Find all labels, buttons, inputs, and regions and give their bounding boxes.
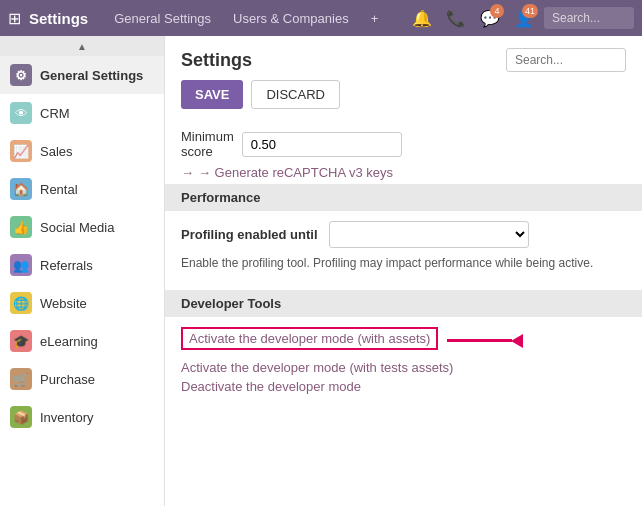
activate-dev-mode-assets-link[interactable]: Activate the developer mode (with assets…: [181, 327, 438, 350]
sidebar-item-website[interactable]: 🌐 Website: [0, 284, 164, 322]
sidebar-item-sales[interactable]: 📈 Sales: [0, 132, 164, 170]
crm-icon: 👁: [10, 102, 32, 124]
sidebar-item-inventory[interactable]: 📦 Inventory: [0, 398, 164, 436]
minimum-score-input[interactable]: [242, 132, 402, 157]
top-search-input[interactable]: [544, 7, 634, 29]
sidebar-label-referrals: Referrals: [40, 258, 93, 273]
main-content: Settings SAVE DISCARD Minimum score → → …: [165, 36, 642, 506]
performance-section: Profiling enabled until Enable the profi…: [165, 211, 642, 290]
profiling-select[interactable]: [329, 221, 529, 248]
bell-icon[interactable]: 🔔: [408, 4, 436, 32]
performance-section-header: Performance: [165, 184, 642, 211]
rental-icon: 🏠: [10, 178, 32, 200]
generate-recaptcha-label: → Generate reCAPTCHA v3 keys: [198, 165, 393, 180]
deactivate-dev-mode-link[interactable]: Deactivate the developer mode: [181, 379, 626, 394]
activate-dev-mode-tests-link[interactable]: Activate the developer mode (with tests …: [181, 360, 626, 375]
sidebar-item-rental[interactable]: 🏠 Rental: [0, 170, 164, 208]
nav-users-companies[interactable]: Users & Companies: [223, 5, 359, 32]
grid-icon[interactable]: ⊞: [8, 9, 21, 28]
sidebar-scroll-up[interactable]: ▲: [0, 36, 164, 56]
sidebar-label-website: Website: [40, 296, 87, 311]
inventory-icon: 📦: [10, 406, 32, 428]
arrow-head: [511, 334, 523, 348]
sidebar-label-general-settings: General Settings: [40, 68, 143, 83]
profiling-description: Enable the profiling tool. Profiling may…: [181, 254, 626, 272]
sales-icon: 📈: [10, 140, 32, 162]
nav-add[interactable]: +: [361, 5, 389, 32]
captcha-section: Minimum score → → Generate reCAPTCHA v3 …: [165, 121, 642, 184]
chat-badge: 4: [490, 4, 504, 18]
user-badge: 41: [522, 4, 538, 18]
arrow-right-icon: →: [181, 165, 194, 180]
top-icons: 🔔 📞 💬 4 👤 41: [408, 4, 634, 32]
phone-icon[interactable]: 📞: [442, 4, 470, 32]
sidebar-label-sales: Sales: [40, 144, 73, 159]
sidebar-label-rental: Rental: [40, 182, 78, 197]
developer-tools-header: Developer Tools: [165, 290, 642, 317]
sidebar-label-elearning: eLearning: [40, 334, 98, 349]
action-bar: SAVE DISCARD: [165, 80, 642, 121]
user-icon[interactable]: 👤 41: [510, 4, 538, 32]
score-label: score: [181, 144, 234, 159]
sidebar-item-general-settings[interactable]: ⚙ General Settings: [0, 56, 164, 94]
social-icon: 👍: [10, 216, 32, 238]
discard-button[interactable]: DISCARD: [251, 80, 340, 109]
sidebar-item-elearning[interactable]: 🎓 eLearning: [0, 322, 164, 360]
minimum-score-row: Minimum score: [181, 129, 626, 159]
sidebar-item-crm[interactable]: 👁 CRM: [0, 94, 164, 132]
arrow-indicator: [447, 334, 523, 348]
developer-tools-section: Activate the developer mode (with assets…: [165, 317, 642, 408]
page-header: Settings: [165, 36, 642, 80]
page-title: Settings: [181, 50, 252, 71]
sidebar-label-social: Social Media: [40, 220, 114, 235]
arrow-line: [447, 339, 512, 342]
save-button[interactable]: SAVE: [181, 80, 243, 109]
captcha-labels: Minimum score: [181, 129, 234, 159]
app-title: Settings: [29, 10, 88, 27]
profiling-label: Profiling enabled until: [181, 227, 321, 242]
page-layout: ▲ ⚙ General Settings 👁 CRM 📈 Sales 🏠 Ren…: [0, 36, 642, 506]
profiling-row: Profiling enabled until: [181, 221, 626, 248]
minimum-label: Minimum: [181, 129, 234, 144]
settings-search-input[interactable]: [506, 48, 626, 72]
top-bar: ⊞ Settings General Settings Users & Comp…: [0, 0, 642, 36]
nav-general-settings[interactable]: General Settings: [104, 5, 221, 32]
sidebar-item-referrals[interactable]: 👥 Referrals: [0, 246, 164, 284]
sidebar-label-inventory: Inventory: [40, 410, 93, 425]
sidebar-label-purchase: Purchase: [40, 372, 95, 387]
elearning-icon: 🎓: [10, 330, 32, 352]
generate-recaptcha-link[interactable]: → → Generate reCAPTCHA v3 keys: [181, 165, 626, 180]
gear-icon: ⚙: [10, 64, 32, 86]
website-icon: 🌐: [10, 292, 32, 314]
sidebar-label-crm: CRM: [40, 106, 70, 121]
top-nav: General Settings Users & Companies +: [104, 5, 404, 32]
sidebar: ▲ ⚙ General Settings 👁 CRM 📈 Sales 🏠 Ren…: [0, 36, 165, 506]
referrals-icon: 👥: [10, 254, 32, 276]
purchase-icon: 🛒: [10, 368, 32, 390]
chat-icon[interactable]: 💬 4: [476, 4, 504, 32]
sidebar-item-purchase[interactable]: 🛒 Purchase: [0, 360, 164, 398]
sidebar-item-social-media[interactable]: 👍 Social Media: [0, 208, 164, 246]
